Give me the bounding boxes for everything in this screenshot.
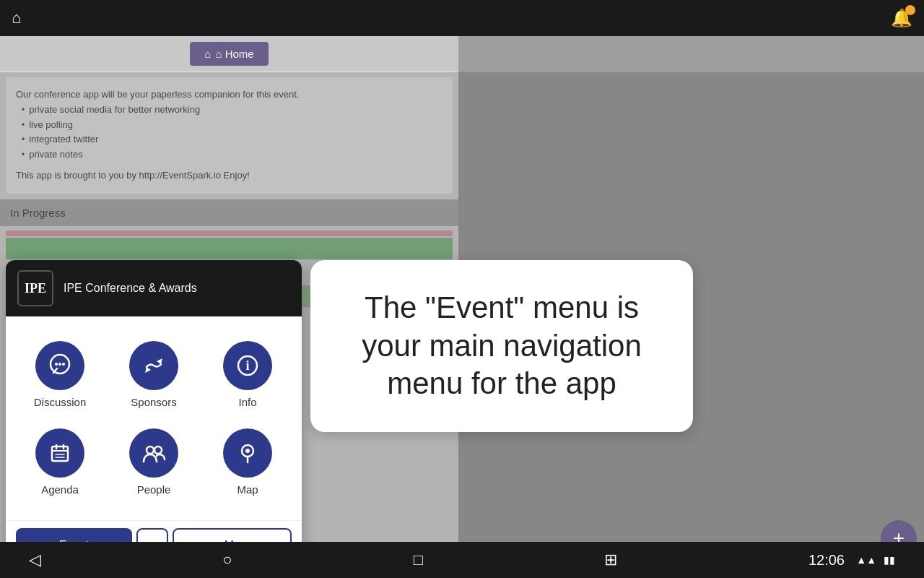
svg-rect-6 — [52, 447, 68, 461]
info-icon-circle: i — [223, 341, 272, 390]
menu-item-agenda[interactable]: Agenda — [13, 418, 107, 506]
svg-point-1 — [55, 363, 58, 366]
tooltip-text: The "Event" menu is your main navigation… — [336, 289, 667, 403]
sponsors-icon-circle — [129, 341, 178, 390]
nav-right-icons: 12:06 ▲▲ ▮▮ — [798, 554, 895, 566]
discussion-label: Discussion — [34, 396, 87, 408]
svg-point-2 — [58, 363, 61, 366]
menu-item-sponsors[interactable]: Sponsors — [107, 331, 201, 418]
map-icon-circle — [223, 428, 272, 478]
event-title: IPE Conference & Awards — [64, 282, 197, 295]
status-bar: ⌂ 🔔 — [0, 0, 924, 36]
main-content: ⌂ ⌂ Home Our conference app will be your… — [0, 36, 924, 578]
menu-item-people[interactable]: People — [107, 418, 201, 506]
time-display: 12:06 — [808, 552, 845, 569]
home-icon[interactable]: ⌂ — [12, 9, 21, 27]
notification-bell[interactable]: 🔔 — [891, 8, 912, 28]
home-bar: ⌂ ⌂ Home — [0, 36, 458, 72]
menu-item-info[interactable]: i Info — [201, 331, 295, 418]
svg-point-13 — [154, 447, 162, 454]
home-button[interactable]: ⌂ ⌂ Home — [190, 42, 268, 66]
event-menu: IPE IPE Conference & Awards Discussion — [6, 260, 302, 569]
wifi-icon: ▲▲ — [856, 554, 876, 566]
home-button-icon: ⌂ — [204, 48, 211, 60]
recent-icon[interactable]: □ — [414, 551, 423, 569]
overview-icon[interactable]: ⊞ — [604, 551, 617, 569]
home-button-label: ⌂ Home — [215, 48, 253, 60]
android-nav: ◁ ○ □ ⊞ 12:06 ▲▲ ▮▮ — [0, 542, 924, 578]
svg-point-12 — [147, 447, 154, 454]
svg-point-15 — [245, 449, 250, 453]
tooltip-bubble: The "Event" menu is your main navigation… — [310, 260, 693, 432]
discussion-icon-circle — [35, 341, 84, 390]
info-label: Info — [238, 396, 256, 408]
people-icon-circle — [129, 428, 178, 478]
svg-text:i: i — [245, 358, 249, 373]
event-menu-header: IPE IPE Conference & Awards — [6, 260, 302, 316]
map-label: Map — [237, 483, 258, 496]
menu-item-map[interactable]: Map — [201, 418, 295, 506]
agenda-icon-circle — [35, 428, 84, 478]
menu-grid: Discussion Sponsors i — [6, 316, 302, 520]
home-nav-icon[interactable]: ○ — [222, 551, 232, 569]
people-label: People — [137, 483, 171, 496]
sponsors-label: Sponsors — [131, 396, 176, 408]
battery-icon: ▮▮ — [884, 554, 895, 566]
svg-point-3 — [62, 363, 65, 366]
notification-dot — [905, 5, 915, 15]
menu-item-discussion[interactable]: Discussion — [13, 331, 107, 418]
agenda-label: Agenda — [41, 483, 79, 496]
back-icon[interactable]: ◁ — [29, 551, 41, 569]
event-logo: IPE — [17, 270, 53, 306]
